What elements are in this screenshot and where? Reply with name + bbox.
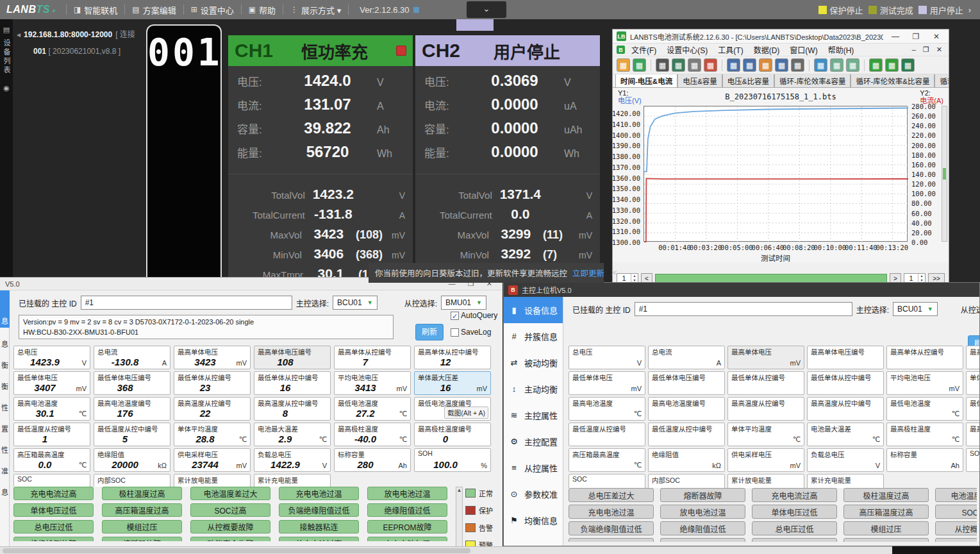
slave-select[interactable]: BMU01▼ bbox=[441, 296, 486, 310]
grid-cell[interactable]: 最低单体从控编号23 bbox=[174, 371, 251, 395]
lwin-side-tab-4[interactable]: 性 bbox=[0, 402, 10, 412]
tree-root-node[interactable]: ◂ 192.168.1.80:8000-12000[ 连接 bbox=[17, 28, 146, 39]
savelog-checkbox[interactable]: SaveLog bbox=[451, 328, 491, 337]
grid-cell[interactable]: 总电流-130.8A bbox=[94, 346, 170, 369]
status-button[interactable]: 负端绝缘阻值过低 bbox=[569, 521, 654, 535]
status-button[interactable]: 绝缘阻值过低 bbox=[660, 521, 745, 535]
tree-child-node[interactable]: 001 [ 20230621001,v8.8 ] bbox=[33, 47, 146, 56]
grid-cell[interactable]: 最高电池温度30.1℃ bbox=[13, 397, 90, 421]
status-button[interactable]: 充电电池欠温 bbox=[367, 537, 447, 541]
sidebar-item-参数校准[interactable]: ⊙参数校准 bbox=[504, 481, 563, 507]
grid-cell[interactable]: 最高温度从控编号 bbox=[727, 397, 804, 421]
grid-cell[interactable]: 最高 bbox=[966, 423, 979, 446]
grid-cell[interactable]: 标称容量Ah bbox=[886, 448, 963, 472]
grid-cell[interactable]: 绝缘阻值20000kΩ bbox=[94, 448, 170, 472]
status-button[interactable]: 模组过压 bbox=[843, 521, 929, 535]
close-button[interactable]: ✕ bbox=[928, 32, 945, 41]
open-icon[interactable]: ▦ bbox=[617, 58, 630, 72]
status-button[interactable]: 接触器粘连 bbox=[569, 538, 654, 542]
scroll-handle[interactable] bbox=[943, 168, 946, 180]
grid-cell[interactable]: 标称容量280Ah bbox=[334, 448, 411, 472]
grid-cell[interactable]: 电池最大温差2.9℃ bbox=[254, 423, 331, 446]
grid-cell[interactable]: 最高单体电压mV bbox=[727, 346, 804, 369]
curve-icon[interactable]: ▦ bbox=[688, 58, 701, 72]
grid-cell[interactable]: 最高单体电压3423mV bbox=[174, 346, 251, 369]
master-select[interactable]: BCU01▼ bbox=[333, 296, 378, 310]
status-button[interactable]: 单体电压过低 bbox=[752, 505, 837, 519]
grid-cell[interactable]: SOC bbox=[569, 474, 645, 488]
chart-tab-1[interactable]: 电压&容量 bbox=[677, 74, 722, 87]
mount-id-input[interactable] bbox=[635, 302, 852, 316]
grid-cell[interactable]: 内部SOC bbox=[94, 474, 170, 487]
lwin-side-tab-active[interactable]: 息 bbox=[0, 290, 10, 328]
chart-tab-0[interactable]: 时间-电压&电流 bbox=[615, 74, 677, 87]
sidebar-item-均衡信息[interactable]: ⚑均衡信息 bbox=[504, 507, 563, 533]
status-button[interactable]: SOC过高 bbox=[190, 503, 270, 517]
grid-cell[interactable]: 最低单体从控编号 bbox=[727, 371, 804, 395]
status-button[interactable]: 负端绝缘阻值过低 bbox=[279, 503, 359, 517]
refresh-button[interactable]: 刷新 bbox=[415, 324, 444, 340]
status-button[interactable]: 极柱温度过高 bbox=[843, 488, 929, 502]
grid-cell[interactable]: 最低单体电压3407mV bbox=[13, 371, 90, 395]
status-button[interactable]: 充电电流过高 bbox=[13, 487, 94, 500]
grid-cell[interactable]: 最高单体电压编号 bbox=[807, 346, 884, 369]
status-button[interactable]: 熔断器故障 bbox=[102, 537, 182, 541]
expand-icon[interactable]: ▦ bbox=[775, 58, 788, 72]
grid-cell[interactable]: 最高单体从控编号7 bbox=[334, 346, 411, 369]
status-button[interactable]: 功能安全告警 bbox=[190, 537, 270, 541]
sidebar-item-被动均衡[interactable]: ⇄被动均衡 bbox=[504, 349, 563, 376]
grid-cell[interactable]: 单体平均温度℃ bbox=[727, 423, 804, 446]
taskbar-more-icon[interactable]: › bbox=[968, 5, 971, 15]
lwin-side-tab-2[interactable]: 衡 bbox=[0, 360, 10, 370]
status-button[interactable]: 充电电流过高 bbox=[752, 488, 837, 502]
taskbar-menu-4[interactable]: ⋮展示方式 ▾ bbox=[288, 4, 344, 16]
grid-cell[interactable]: SOC bbox=[13, 474, 90, 487]
sidebar-item-设备信息[interactable]: ▮设备信息 bbox=[504, 297, 563, 323]
status-button[interactable]: 接触器粘连 bbox=[279, 520, 359, 533]
status-button[interactable]: 绝缘阻值过低 bbox=[367, 503, 447, 517]
screenshot-tooltip-button[interactable]: 截图(Alt + A) bbox=[444, 407, 488, 419]
pane-right-icon[interactable]: ▦ bbox=[846, 58, 860, 72]
autoquery-checkbox[interactable]: ✓AutoQuery bbox=[451, 311, 497, 320]
two-pane-icon[interactable]: ▦ bbox=[814, 58, 827, 72]
grid-cell[interactable]: 单体最大压差16mV bbox=[414, 371, 491, 395]
grid-cell[interactable]: 供电采样电压mV bbox=[727, 448, 804, 472]
maximize-button[interactable]: ❐ bbox=[908, 32, 924, 41]
lwin-side-tab-1[interactable]: 息 bbox=[0, 339, 10, 349]
grid-cell[interactable]: 最高极柱温度编号0 bbox=[414, 423, 491, 446]
device-icon[interactable]: ▦ bbox=[656, 58, 669, 72]
grid-cell[interactable]: 高压箱最高温度0.0℃ bbox=[13, 448, 90, 472]
grid-cell[interactable]: 内部SOC bbox=[648, 474, 725, 488]
status-button[interactable]: 总电压过低 bbox=[13, 520, 94, 533]
grid-cell[interactable]: 最低温度从控中编号 bbox=[648, 423, 725, 446]
status-button[interactable]: 充电电池过温 bbox=[569, 505, 654, 519]
grid-cell[interactable]: 最低单体电压编号 bbox=[648, 371, 725, 395]
chart-tab-3[interactable]: 循环-库伦效率&容量 bbox=[774, 74, 851, 87]
lwin-side-tab-8[interactable]: 息 bbox=[0, 487, 10, 497]
plot-region[interactable] bbox=[644, 106, 908, 242]
grid-cell[interactable]: 平均电池电压3413mV bbox=[334, 371, 411, 395]
grid-cell[interactable]: 最低单体电压编号368 bbox=[94, 371, 170, 395]
grid-cell[interactable]: 累计放电能量 bbox=[727, 474, 804, 488]
status-button[interactable]: 总电压过低 bbox=[752, 521, 837, 535]
grid-cell[interactable]: 最高电池温度编号 bbox=[648, 397, 725, 421]
list-rows-icon[interactable]: ▦ bbox=[885, 58, 899, 72]
alarm-icon[interactable]: ◉ bbox=[3, 84, 10, 92]
status-button[interactable]: 充电电池过温 bbox=[279, 487, 359, 500]
grid-cell[interactable]: 最高单体从控中编号12 bbox=[414, 346, 491, 369]
grid-cell[interactable]: 单体 bbox=[966, 371, 979, 395]
grid-cell[interactable]: 电池最大温差℃ bbox=[807, 423, 884, 446]
lwin-side-tab-6[interactable]: 性 bbox=[0, 444, 10, 455]
status-scrollbar[interactable]: ▲ bbox=[456, 487, 463, 554]
split-h-icon[interactable]: ▦ bbox=[727, 58, 740, 72]
grid-cell[interactable]: 供电采样电压23744mV bbox=[174, 448, 251, 472]
chart-tab-2[interactable]: 电压&比容量 bbox=[722, 74, 774, 87]
mdi-window-controls[interactable]: – ❐ ✕ bbox=[912, 46, 945, 54]
grid-cell[interactable]: 最低 bbox=[966, 397, 979, 421]
menu-1[interactable]: 设置中心(S) bbox=[661, 44, 713, 55]
grid-cell[interactable]: 累计充电能量 bbox=[807, 474, 884, 488]
grid-cell[interactable]: 最高单体从控编号 bbox=[886, 346, 963, 369]
list-green-icon[interactable]: ▦ bbox=[869, 58, 883, 72]
status-button[interactable]: 放电电流过高 bbox=[279, 537, 359, 541]
taskbar-menu-0[interactable]: ◨智能联机 bbox=[71, 4, 120, 16]
